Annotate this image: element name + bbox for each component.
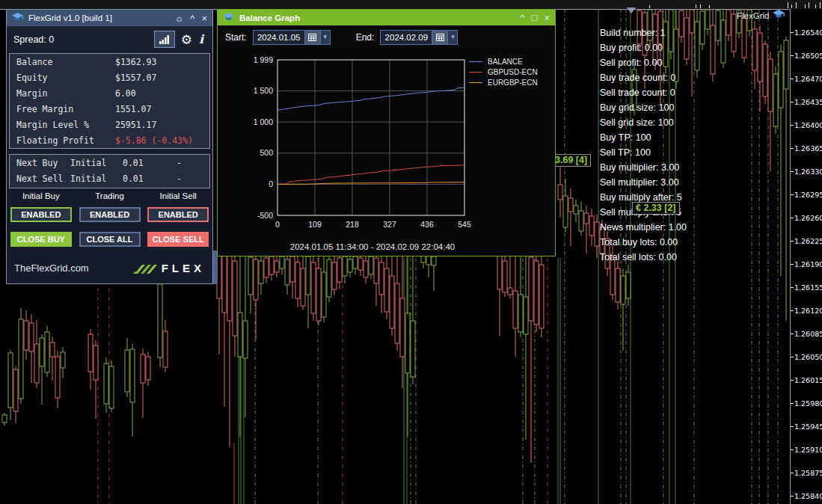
candle xyxy=(353,254,358,274)
svg-text:0: 0 xyxy=(275,220,280,229)
website-link[interactable]: TheFlexGrid.com xyxy=(14,262,133,274)
close-icon[interactable]: × xyxy=(544,13,550,22)
balance-graph-button[interactable] xyxy=(154,31,175,48)
close-icon[interactable]: × xyxy=(201,13,207,23)
timeline-tick xyxy=(709,5,710,8)
candle xyxy=(579,201,583,236)
next-buy-row: Next BuyInitial0.01- xyxy=(10,155,209,170)
legend-dash xyxy=(469,82,482,83)
candle xyxy=(233,254,237,357)
stat-row: Free Margin1551.07 xyxy=(10,101,209,117)
svg-text:0: 0 xyxy=(269,179,273,188)
close-sell-button[interactable]: CLOSE SELL xyxy=(147,232,209,247)
initial-buy-enabled-button[interactable]: ENABLED xyxy=(10,207,72,222)
status-line: Buy multiplier: 3.00 xyxy=(600,160,687,175)
price-label: 1.26435 xyxy=(791,98,822,105)
end-date-value[interactable]: 2024.02.09 xyxy=(380,30,432,45)
price-axis[interactable]: 1.265401.265051.264701.264351.264001.263… xyxy=(790,9,822,504)
candle xyxy=(711,9,715,82)
status-line: Sell profit: 0.00 xyxy=(600,55,687,70)
candle xyxy=(626,265,631,306)
flexgrid-cap-icon xyxy=(12,11,23,25)
flexgrid-titlebar[interactable]: FlexGrid v1.0 [build 1] ☼ ^ × xyxy=(7,10,212,26)
end-date-field[interactable]: 2024.02.09 ▼ xyxy=(380,30,458,45)
watermark-label: FlexGrid xyxy=(737,11,769,20)
start-label: Start: xyxy=(225,32,247,43)
flexgrid-cap-icon xyxy=(223,11,234,25)
flexgrid-cap-icon xyxy=(773,10,785,21)
timeline-tick xyxy=(820,2,821,8)
candle xyxy=(163,320,168,372)
price-label: 1.25875 xyxy=(791,469,822,476)
chart-legend: BALANCE GBPUSD-ECN EURGBP-ECN xyxy=(469,56,538,87)
candle xyxy=(109,360,114,412)
candle xyxy=(269,254,274,280)
end-label: End: xyxy=(356,32,375,43)
status-line: Build number: 1 xyxy=(600,25,687,40)
flexgrid-toolbar: Spread: 0 ⚙ i xyxy=(7,26,212,52)
dropdown-arrow-icon[interactable]: ▼ xyxy=(448,30,458,45)
candle xyxy=(534,254,539,332)
maximize-icon[interactable]: □ xyxy=(532,13,538,22)
candle xyxy=(13,366,18,423)
candle xyxy=(763,40,767,104)
calendar-icon[interactable] xyxy=(432,30,448,45)
candle xyxy=(343,254,347,283)
stat-row: Margin6.00 xyxy=(10,85,209,101)
calendar-icon[interactable] xyxy=(305,30,321,45)
trade-controls: Initial Buy Trading Initial Sell ENABLED… xyxy=(7,191,212,247)
candle xyxy=(758,25,762,111)
candle xyxy=(752,21,757,89)
price-label: 1.26190 xyxy=(791,260,822,268)
candle xyxy=(524,254,528,440)
candle xyxy=(518,254,523,337)
candle xyxy=(29,314,34,383)
candle xyxy=(405,254,410,437)
candle xyxy=(332,254,337,295)
close-buy-button[interactable]: CLOSE BUY xyxy=(10,232,72,247)
flex-logo-icon xyxy=(133,260,157,275)
stat-row: Floating Profit$-5.86 (-0.43%) xyxy=(10,132,209,148)
timeline-tick xyxy=(809,2,809,8)
candle xyxy=(589,209,594,246)
price-label: 1.26225 xyxy=(791,237,822,245)
balance-graph-titlebar[interactable]: Balance Graph ^ □ × xyxy=(218,10,555,25)
candle xyxy=(306,254,310,328)
candle xyxy=(316,254,321,325)
candle xyxy=(369,254,373,279)
collapse-icon[interactable]: ^ xyxy=(190,13,194,23)
stat-row: Equity$1557.07 xyxy=(10,70,209,85)
status-line: Buy grid size: 100 xyxy=(600,100,687,115)
info-icon[interactable]: i xyxy=(199,32,203,46)
candle xyxy=(568,188,573,246)
status-line: Buy trade count: 0 xyxy=(600,70,687,85)
brightness-icon[interactable]: ☼ xyxy=(174,13,183,23)
candle xyxy=(34,320,39,388)
trading-enabled-button[interactable]: ENABLED xyxy=(79,207,141,222)
initial-sell-enabled-button[interactable]: ENABLED xyxy=(147,207,209,222)
start-date-field[interactable]: 2024.01.05 ▼ xyxy=(253,30,331,45)
stat-row: Margin Level %25951.17 xyxy=(10,117,209,132)
dropdown-arrow-icon[interactable]: ▼ xyxy=(321,30,331,45)
start-date-value[interactable]: 2024.01.05 xyxy=(253,30,305,45)
candle xyxy=(529,254,533,463)
timeline-tick xyxy=(791,4,792,8)
legend-item: EURGBP-ECN xyxy=(469,77,538,87)
ea-status-list: Build number: 1 Buy profit: 0.00 Sell pr… xyxy=(600,25,687,265)
legend-item: BALANCE xyxy=(469,56,538,67)
date-range-toolbar: Start: 2024.01.05 ▼ End: 2024.02.09 ▼ xyxy=(218,25,555,49)
settings-gear-icon[interactable]: ⚙ xyxy=(181,32,192,47)
candle xyxy=(301,254,305,310)
collapse-icon[interactable]: ^ xyxy=(520,13,524,22)
svg-text:-500: -500 xyxy=(257,211,273,220)
close-all-button[interactable]: CLOSE ALL xyxy=(79,232,141,247)
svg-text:109: 109 xyxy=(308,220,322,229)
candle xyxy=(563,179,568,233)
spread-label: Spread: 0 xyxy=(13,34,154,45)
status-line: Buy TP: 100 xyxy=(600,130,687,145)
next-sell-row: Next SellInitial0.01- xyxy=(10,170,209,186)
candle xyxy=(432,254,436,291)
date-range-caption: 2024.01.05 11:34:00 - 2024.02.09 22:04:4… xyxy=(218,242,527,251)
status-line: Sell multiplier: 3.00 xyxy=(600,175,687,190)
time-marker-triangle-icon xyxy=(627,7,636,13)
